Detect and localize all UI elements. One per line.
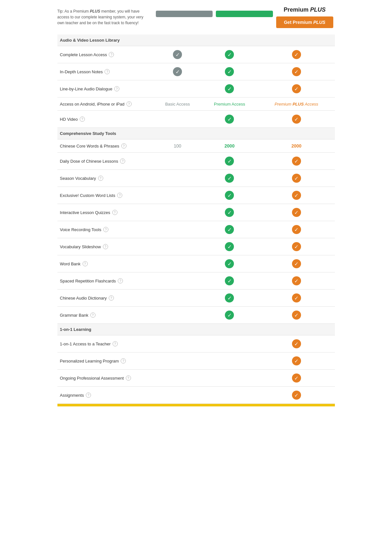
plus-cell: ✓ [258,238,335,255]
check-icon: ✓ [292,259,301,268]
get-premium-plus-button[interactable]: Get Premium PLUS [276,16,333,28]
check-icon: ✓ [292,373,301,383]
check-icon: ✓ [292,276,301,285]
check-icon: ✓ [292,293,301,302]
basic-cell [154,272,201,290]
basic-number: 100 [154,139,201,153]
help-icon[interactable]: ? [109,52,114,57]
basic-cell: ✓ [154,46,201,63]
help-icon[interactable]: ? [117,193,122,198]
get-premium-button[interactable] [216,11,273,17]
feature-name: Vocabulary Slideshow ? [57,238,154,255]
check-icon: ✓ [225,208,234,217]
help-icon[interactable]: ? [121,358,126,363]
tip-text: Tip: As a Premium PLUS member, you will … [57,8,148,26]
check-icon: ✓ [292,208,301,217]
check-icon: ✓ [292,339,301,348]
plus-cell: ✓ [258,80,335,97]
check-icon: ✓ [173,50,182,59]
help-icon[interactable]: ? [112,210,117,215]
basic-cell [154,221,201,238]
check-icon: ✓ [225,157,234,166]
help-icon[interactable]: ? [114,86,119,91]
premium-cell: ✓ [201,255,258,272]
basic-cell [154,307,201,324]
basic-cell [154,290,201,307]
basic-cell [154,111,201,128]
premium-cell: ✓ [201,290,258,307]
section-header-label: Audio & Video Lesson Library [57,35,335,46]
plan-premium-plus-header: Premium PLUS Get Premium PLUS [275,6,335,28]
check-icon: ✓ [292,242,301,251]
help-icon[interactable]: ? [126,375,131,381]
premium-cell: ✓ [201,272,258,290]
plus-access: Premium PLUS Access [258,97,335,111]
feature-name: Interactive Lesson Quizzes ? [57,204,154,221]
feature-name: HD Video ? [57,111,154,128]
basic-cell [154,238,201,255]
check-icon: ✓ [225,67,234,76]
header-section: Tip: As a Premium PLUS member, you will … [57,6,335,28]
plus-cell: ✓ [258,221,335,238]
check-icon: ✓ [292,67,301,76]
help-icon[interactable]: ? [109,295,114,301]
premium-cell: ✓ [201,46,258,63]
section-header-label: 1-on-1 Learning [57,324,335,335]
feature-name: Spaced Repetition Flashcards ? [57,272,154,290]
plus-cell: ✓ [258,290,335,307]
help-icon[interactable]: ? [103,244,108,249]
feature-name: Access on Android, iPhone or iPad ? [57,97,154,111]
help-icon[interactable]: ? [113,341,118,346]
premium-cell: ✓ [201,153,258,170]
check-icon: ✓ [225,174,234,183]
pick-a-plan-intro: Tip: As a Premium PLUS member, you will … [57,6,154,26]
premium-cell: ✓ [201,204,258,221]
help-icon[interactable]: ? [86,393,91,398]
help-icon[interactable]: ? [83,261,88,266]
check-icon: ✓ [225,259,234,268]
plus-cell: ✓ [258,272,335,290]
check-icon: ✓ [225,84,234,93]
plus-cell: ✓ [258,63,335,80]
premium-cell: ✓ [201,307,258,324]
help-icon[interactable]: ? [126,101,132,107]
plus-cell: ✓ [258,204,335,221]
check-icon: ✓ [292,174,301,183]
premium-access: Premium Access [201,97,258,111]
feature-name: Ongoing Professional Assessment ? [57,370,154,387]
help-icon[interactable]: ? [90,312,95,318]
plus-cell: ✓ [258,387,335,404]
feature-name: Daily Dose of Chinese Lessons ? [57,153,154,170]
basic-cell [154,387,201,404]
premium-cell: ✓ [201,111,258,128]
basic-cell [154,335,201,353]
pricing-page: Tip: As a Premium PLUS member, you will … [51,0,341,413]
plus-cell: ✓ [258,46,335,63]
check-icon: ✓ [225,311,234,320]
check-icon: ✓ [292,115,301,124]
yellow-bar [57,404,335,406]
check-icon: ✓ [173,67,182,76]
help-icon[interactable]: ? [118,278,123,283]
help-icon[interactable]: ? [98,176,103,181]
feature-table: Audio & Video Lesson Library Complete Le… [57,35,335,404]
check-icon: ✓ [225,115,234,124]
plus-number: 2000 [258,139,335,153]
help-icon[interactable]: ? [120,158,125,164]
plan-headers: Premium PLUS Get Premium PLUS [154,6,335,28]
premium-number: 2000 [201,139,258,153]
basic-cell [154,370,201,387]
feature-name: Grammar Bank ? [57,307,154,324]
help-icon[interactable]: ? [105,69,110,74]
basic-cell [154,204,201,221]
help-icon[interactable]: ? [121,143,126,148]
premium-cell: ✓ [201,221,258,238]
feature-name: Season Vocabulary ? [57,170,154,187]
plus-cell: ✓ [258,111,335,128]
help-icon[interactable]: ? [103,227,108,232]
feature-name: Chinese Core Words & Phrases ? [57,139,154,153]
premium-cell: ✓ [201,63,258,80]
get-basic-button[interactable] [156,11,213,17]
feature-name: Chinese Audio Dictionary ? [57,290,154,307]
help-icon[interactable]: ? [80,117,85,122]
